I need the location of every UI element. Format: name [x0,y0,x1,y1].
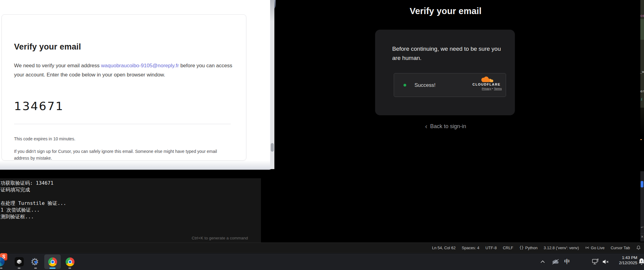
cloud-slash-icon [551,259,560,265]
terms-link[interactable]: Terms [494,87,502,90]
chevron-up-icon [540,260,545,264]
bell-icon [636,245,641,250]
chrome-icon [48,257,57,266]
terminal-line [1,193,261,200]
chevron-left-icon: ‹ [425,123,427,130]
clock-date: 2/12/2025 [619,261,637,266]
eol-indicator[interactable]: CRLF [500,246,516,250]
code-fragment: co [640,14,644,18]
speaker-mute-icon [602,259,610,264]
chinese-mode-glyph: 中 [564,258,570,266]
indent-indicator[interactable]: Spaces: 4 [459,246,483,250]
go-live-label: Go Live [591,246,605,250]
editor-marker [640,139,642,140]
taskbar: ⚙ 中 S [0,253,644,270]
code-fragment: i [641,97,643,101]
close-icon[interactable]: × [641,234,643,239]
terminal-panel[interactable]: 功获取验证码: 134671 证码填写完成 在处理 Turnstile 验证..… [0,178,261,242]
email-card: Verify your email We need to verify your… [2,14,246,161]
monitor-pen-icon [592,258,600,265]
back-to-signin-link[interactable]: ‹Back to sign-in [375,123,516,131]
cloudflare-wordmark: CLOUDFLARE [471,83,502,86]
status-bar: Ln 54, Col 62 Spaces: 4 UTF-8 CRLF {}Pyt… [0,242,644,253]
gear-center-dot [34,261,37,264]
cloudflare-turnstile-widget: Success! CLOUDFLARE Privacy • Terms [394,73,506,97]
email-address-link[interactable]: waquobraucoibo-9105@noreply.fr [101,63,179,68]
email-scrollbar-thumb[interactable] [271,143,274,152]
cloudflare-cloud-icon [479,76,494,83]
volume-button[interactable] [601,258,610,265]
cursor-running-indicator [18,268,20,269]
ctrl-k-hint: Ctrl+K to generate a command [192,236,248,240]
terminal-line: 在处理 Turnstile 验证... [1,200,261,207]
terminal-line: 证码填写完成 [1,187,261,193]
language-mode-indicator[interactable]: {}Python [516,246,541,250]
svg-text:z: z [641,260,642,263]
bell-sleep-icon: z [638,257,644,265]
privacy-link[interactable]: Privacy [482,87,491,90]
panel-button-edge[interactable] [641,181,643,187]
chrome-core [69,261,71,263]
panel-divider [640,189,644,189]
chrome-window2-icon[interactable] [66,257,74,266]
email-scrollbar-track[interactable] [270,0,274,169]
return-key-icon: ↵ [641,225,644,229]
terminal-line: 1 次尝试验证... [1,207,261,213]
window-bottom-fade [0,161,274,170]
clock[interactable]: 1:43 PM 2/12/2025 [619,255,637,265]
terminal-line: 功获取验证码: 134671 [1,180,261,187]
panel-divider [640,233,644,234]
email-preview-window: Verify your email We need to verify your… [0,0,274,170]
cube-icon [16,259,22,265]
cloudflare-brand-block: CLOUDFLARE Privacy • Terms [471,76,502,90]
email-title: Verify your email [14,42,81,52]
broadcast-icon [585,246,589,250]
settings-running-indicator [34,268,37,269]
turnstile-links: Privacy • Terms [471,87,502,90]
verify-page-title: Verify your email [375,6,516,16]
back-to-signin-label: Back to sign-in [430,123,466,129]
link-separator: • [492,87,493,90]
desktop-screen: Verify your email We need to verify your… [0,0,644,270]
encoding-indicator[interactable]: UTF-8 [483,246,500,250]
python-interpreter-indicator[interactable]: 3.12.8 ('venv': venv) [541,246,582,250]
editor-selection-strip [640,19,644,40]
verify-card: Before continuing, we need to be sure yo… [375,30,515,115]
turnstile-status: Success! [414,82,436,88]
chrome2-running-indicator [68,268,71,269]
clock-time: 1:43 PM [619,255,637,261]
email-footer-note: If you didn't sign up for Cursor, you ca… [14,148,225,161]
code-fragment: er [640,89,644,93]
onedrive-offline-icon[interactable] [551,258,560,265]
code-expiry-note: This code expires in 10 minutes. [14,136,75,141]
settings-app-icon[interactable]: ⚙ [31,256,41,268]
notification-center-button[interactable]: z [638,257,644,267]
notifications-bell-button[interactable] [633,245,642,250]
cursor-tab-indicator[interactable]: Cursor Tab [608,246,633,250]
verification-code: 134671 [14,99,64,113]
success-dot-icon [403,84,406,87]
email-body-before: We need to verify your email address [14,63,101,68]
code-fragment: _w [640,70,644,74]
cursor-position-indicator[interactable]: Ln 54, Col 62 [429,246,458,250]
braces-icon: {} [519,246,523,250]
human-check-prompt: Before continuing, we need to be sure yo… [392,44,503,63]
language-label: Python [525,246,537,250]
go-live-button[interactable]: Go Live [582,246,608,250]
display-cast-icon[interactable] [591,258,601,266]
divider [14,124,231,124]
chrome-active-indicator [49,268,56,269]
input-method-indicator[interactable]: 中 [563,257,571,266]
email-body: We need to verify your email address waq… [14,61,232,79]
chrome-core [51,261,54,263]
edge-running-indicator [0,268,2,269]
terminal-line: 测到验证框... [1,213,261,220]
tray-expand-button[interactable] [539,258,546,265]
chrome-active-button[interactable] [44,254,61,269]
cursor-app-icon[interactable] [15,257,24,266]
